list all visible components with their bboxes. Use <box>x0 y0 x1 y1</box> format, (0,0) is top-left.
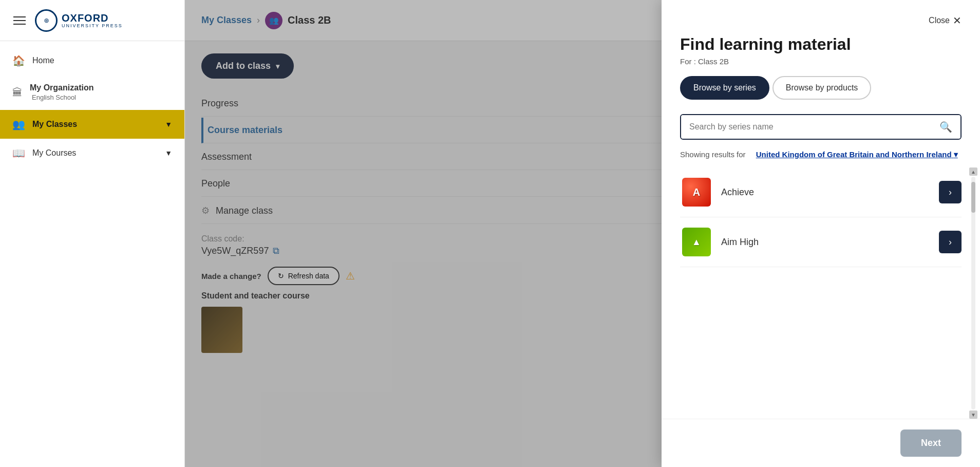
breadcrumb-my-classes[interactable]: My Classes <box>201 15 252 26</box>
copy-icon[interactable]: ⧉ <box>273 246 279 256</box>
oxford-logo-circle: ◎ <box>35 9 58 32</box>
result-item-achieve: Achieve › <box>680 167 962 217</box>
results-header: Showing results for United Kingdom of Gr… <box>662 150 980 159</box>
logo-text: OXFORD UNIVERSITY PRESS <box>62 12 123 29</box>
hamburger-menu[interactable] <box>10 13 29 28</box>
scroll-down-button[interactable]: ▼ <box>969 410 977 419</box>
book-thumbnail <box>201 307 242 353</box>
chevron-down-icon-courses: ▼ <box>165 149 172 157</box>
chevron-right-icon: › <box>949 187 952 198</box>
sidebar-item-home-label: Home <box>32 56 54 65</box>
panel-title: Find learning material <box>680 35 962 54</box>
sidebar-header: ◎ OXFORD UNIVERSITY PRESS <box>0 0 184 41</box>
main-area: My Classes › 👥 Class 2B Add to class ▾ P… <box>185 0 980 467</box>
breadcrumb-separator: › <box>257 15 260 26</box>
breadcrumb: My Classes › 👥 Class 2B <box>201 12 331 29</box>
class-code-label: Class code: <box>201 234 244 243</box>
results-for-text <box>750 150 752 159</box>
country-filter[interactable]: United Kingdom of Great Britain and Nort… <box>756 150 958 159</box>
breadcrumb-class-name: Class 2B <box>288 14 331 26</box>
sidebar-item-my-classes[interactable]: 👥 My Classes ▼ <box>0 110 184 139</box>
panel-header: Close ✕ Find learning material For : Cla… <box>662 0 980 114</box>
search-button[interactable]: 🔍 <box>931 115 960 139</box>
class-icon: 👥 <box>265 12 282 29</box>
university-text: UNIVERSITY PRESS <box>62 24 123 29</box>
achieve-thumbnail <box>680 176 713 209</box>
dropdown-arrow-icon: ▾ <box>276 62 279 70</box>
chevron-down-icon: ▼ <box>165 120 172 128</box>
courses-icon: 📖 <box>12 147 25 159</box>
result-item-aim-high: Aim High › <box>680 217 962 267</box>
tab-browse-by-series[interactable]: Browse by series <box>680 76 769 100</box>
search-input[interactable] <box>681 115 931 139</box>
scroll-up-button[interactable]: ▲ <box>969 167 977 176</box>
oxford-name: OXFORD <box>62 12 123 24</box>
aim-high-select-button[interactable]: › <box>939 231 962 253</box>
close-x-icon: ✕ <box>953 14 962 27</box>
showing-results-label: Showing results for <box>680 150 746 159</box>
next-button[interactable]: Next <box>900 429 962 457</box>
chevron-right-icon-2: › <box>949 237 952 248</box>
tab-row: Browse by series Browse by products <box>680 76 962 100</box>
panel-subtitle: For : Class 2B <box>680 57 962 66</box>
achieve-art <box>682 178 711 207</box>
search-row: 🔍 <box>680 114 962 140</box>
country-name: United Kingdom of Great Britain and Nort… <box>756 150 952 159</box>
tab-browse-by-products[interactable]: Browse by products <box>772 76 872 100</box>
gear-icon: ⚙ <box>201 205 210 216</box>
aimhigh-art <box>682 228 711 256</box>
sidebar-item-org-label: My Organization English School <box>30 83 93 102</box>
main-inner: My Classes › 👥 Class 2B Add to class ▾ P… <box>185 0 980 467</box>
achieve-select-button[interactable]: › <box>939 181 962 203</box>
sidebar-navigation: 🏠 Home 🏛 My Organization English School … <box>0 41 184 467</box>
scroll-track <box>971 177 975 409</box>
refresh-data-button[interactable]: ↻ Refresh data <box>268 267 340 285</box>
sidebar-item-courses-label: My Courses <box>32 148 76 158</box>
sidebar-item-home[interactable]: 🏠 Home <box>0 46 184 75</box>
classes-icon: 👥 <box>12 118 25 130</box>
panel-footer: Next <box>662 419 980 467</box>
sidebar: ◎ OXFORD UNIVERSITY PRESS 🏠 Home 🏛 My Or… <box>0 0 185 467</box>
home-icon: 🏠 <box>12 54 25 67</box>
find-learning-material-panel: Close ✕ Find learning material For : Cla… <box>662 0 980 467</box>
close-button[interactable]: Close ✕ <box>680 14 962 27</box>
scrollbar: ▲ ▼ <box>971 167 976 419</box>
results-list: Achieve › Aim High › ▲ <box>662 167 980 419</box>
sidebar-item-classes-label: My Classes <box>32 120 77 129</box>
sidebar-item-my-courses[interactable]: 📖 My Courses ▼ <box>0 139 184 167</box>
scroll-thumb <box>971 182 975 213</box>
warning-icon: ⚠ <box>346 270 355 282</box>
organization-icon: 🏛 <box>12 87 23 99</box>
sidebar-item-my-organization[interactable]: 🏛 My Organization English School <box>0 75 184 110</box>
search-icon: 🔍 <box>939 121 952 133</box>
made-change-text: Made a change? <box>201 272 261 281</box>
logo-area: ◎ OXFORD UNIVERSITY PRESS <box>35 9 123 32</box>
add-to-class-button[interactable]: Add to class ▾ <box>201 53 294 79</box>
aim-high-thumbnail <box>680 226 713 258</box>
refresh-icon: ↻ <box>278 272 284 280</box>
country-chevron-icon: ▾ <box>954 150 958 159</box>
close-label: Close <box>929 16 950 25</box>
achieve-name: Achieve <box>721 187 931 198</box>
aim-high-name: Aim High <box>721 237 931 248</box>
